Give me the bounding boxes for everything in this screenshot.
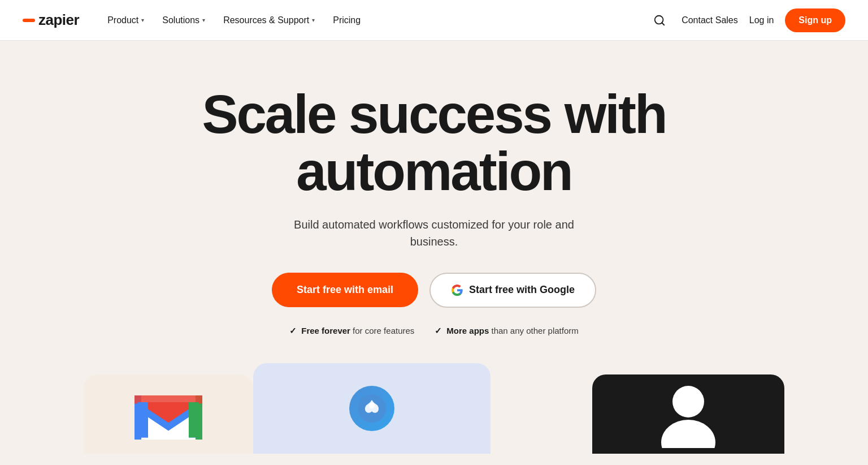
user-silhouette-icon: [660, 380, 717, 448]
slack-icon: [349, 386, 394, 431]
app-icons-strip: [23, 363, 845, 454]
google-logo-icon: [451, 284, 463, 296]
svg-point-10: [672, 386, 704, 417]
nav-item-resources[interactable]: Resources & Support ▾: [215, 11, 323, 30]
nav-item-solutions[interactable]: Solutions ▾: [154, 11, 213, 30]
hero-features: ✓ Free forever for core features ✓ More …: [289, 326, 579, 336]
dark-app-card: [592, 374, 784, 454]
nav-item-pricing[interactable]: Pricing: [325, 11, 368, 30]
feature-more-apps: ✓ More apps than any other platform: [435, 326, 578, 336]
chevron-down-icon: ▾: [141, 17, 144, 23]
hero-subtitle: Build automated workflows customized for…: [276, 216, 592, 250]
nav-item-product[interactable]: Product ▾: [99, 11, 152, 30]
header-right-actions: Contact Sales Log in Sign up: [649, 8, 845, 32]
site-header: zapier Product ▾ Solutions ▾ Resources &…: [0, 0, 868, 41]
logo-text: zapier: [38, 11, 79, 29]
main-nav: Product ▾ Solutions ▾ Resources & Suppor…: [99, 11, 649, 30]
slack-app-card: [253, 363, 491, 454]
hero-title: Scale success with automation: [202, 86, 666, 200]
svg-point-11: [661, 420, 715, 448]
checkmark-icon: ✓: [435, 326, 442, 336]
svg-line-1: [662, 23, 664, 25]
chevron-down-icon: ▾: [202, 17, 205, 23]
signup-button[interactable]: Sign up: [785, 8, 845, 32]
cta-group: Start free with email Start free with Go…: [272, 273, 596, 308]
contact-sales-link[interactable]: Contact Sales: [682, 15, 738, 25]
start-google-button[interactable]: Start free with Google: [429, 273, 596, 308]
hero-section: Scale success with automation Build auto…: [0, 41, 868, 454]
svg-point-9: [369, 403, 375, 408]
login-link[interactable]: Log in: [749, 15, 774, 25]
gmail-icon: [134, 389, 202, 440]
logo-dash: [23, 19, 35, 22]
start-email-button[interactable]: Start free with email: [272, 273, 418, 307]
svg-rect-7: [189, 402, 199, 437]
chevron-down-icon: ▾: [312, 17, 315, 23]
center-app-card: [491, 380, 592, 454]
gmail-app-card: [84, 374, 253, 454]
search-icon: [653, 14, 666, 27]
svg-rect-6: [138, 402, 148, 437]
checkmark-icon: ✓: [289, 326, 297, 336]
search-button[interactable]: [649, 10, 670, 31]
logo[interactable]: zapier: [23, 11, 79, 29]
feature-free-forever: ✓ Free forever for core features: [289, 326, 414, 336]
